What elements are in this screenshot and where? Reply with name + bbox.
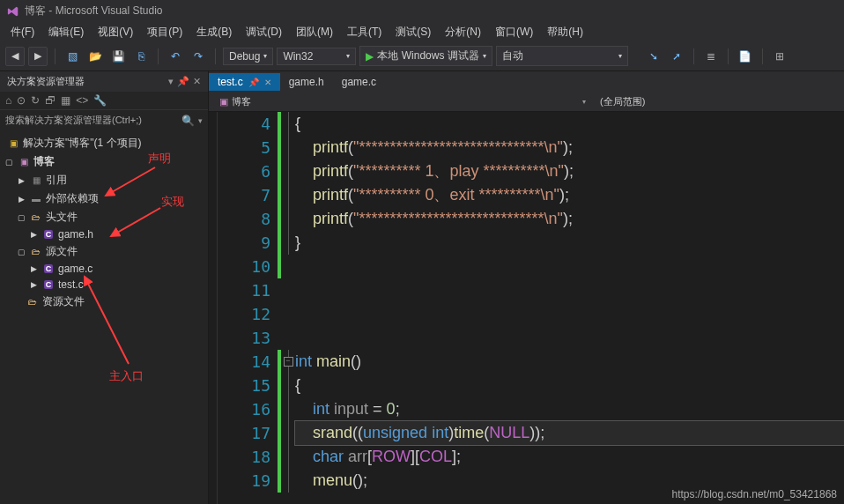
redo-button[interactable]: ↷	[189, 47, 208, 66]
nav-scope-dropdown[interactable]: (全局范围)	[593, 93, 652, 110]
code-line[interactable]: srand((unsigned int)time(NULL));	[295, 421, 844, 445]
expand-icon[interactable]	[28, 264, 39, 273]
search-icon[interactable]: 🔍	[181, 115, 195, 127]
step-into-button[interactable]: ➘	[644, 47, 663, 66]
expand-icon[interactable]	[4, 158, 14, 167]
code-text-area[interactable]: { printf("******************************…	[295, 112, 844, 504]
code-line[interactable]	[295, 278, 844, 302]
expand-icon[interactable]	[28, 230, 39, 239]
menu-edit[interactable]: 编辑(E)	[41, 23, 91, 41]
start-debug-button[interactable]: ▶ 本地 Windows 调试器 ▾	[359, 46, 492, 66]
code-line[interactable]: char arr[ROW][COL];	[295, 445, 844, 469]
code-line[interactable]: printf("********** 1、play **********\n")…	[295, 159, 844, 183]
menu-help[interactable]: 帮助(H)	[540, 23, 590, 41]
code-line[interactable]	[295, 302, 844, 326]
pin-icon[interactable]: 📌	[177, 76, 189, 87]
tab-test-c[interactable]: test.c 📌 ✕	[209, 73, 280, 91]
sync-icon[interactable]: 🗗	[45, 94, 56, 107]
save-all-button[interactable]: ⎘	[131, 47, 151, 66]
solution-search-row[interactable]: 搜索解决方案资源管理器(Ctrl+;) 🔍 ▾	[0, 110, 208, 130]
references-node[interactable]: ▦ 引用	[0, 171, 208, 189]
folder-icon: 🗁	[30, 246, 42, 258]
misc-button[interactable]: ⊞	[770, 47, 789, 66]
sources-folder[interactable]: 🗁 源文件	[0, 242, 208, 261]
refresh-icon[interactable]: ↻	[31, 94, 40, 107]
file-game-c[interactable]: C game.c	[0, 261, 208, 277]
fold-column[interactable]	[281, 112, 295, 504]
code-line[interactable]: printf("******************************\n…	[295, 136, 844, 159]
expand-icon[interactable]	[28, 280, 39, 289]
code-line[interactable]: {	[295, 374, 844, 397]
code-editor[interactable]: 45678910111213141516171819 { printf("***…	[209, 112, 844, 504]
expand-icon[interactable]	[16, 195, 26, 204]
resources-folder[interactable]: 🗁 资源文件	[0, 293, 208, 311]
code-line[interactable]	[295, 326, 844, 350]
project-node[interactable]: ▣ 博客	[0, 152, 208, 171]
expand-icon[interactable]	[16, 248, 26, 256]
show-all-icon[interactable]: ▦	[61, 94, 70, 107]
wrench-icon[interactable]: 🔧	[93, 94, 107, 107]
platform-dropdown[interactable]: Win32 ▾	[277, 48, 356, 65]
menu-analyze[interactable]: 分析(N)	[438, 23, 488, 41]
undo-button[interactable]: ↶	[166, 47, 185, 66]
file-game-h[interactable]: C game.h	[0, 226, 208, 242]
menu-project[interactable]: 项目(P)	[140, 23, 189, 41]
external-deps-node[interactable]: ▬ 外部依赖项	[0, 189, 208, 208]
code-line[interactable]: printf("******************************\n…	[295, 207, 844, 231]
menu-view[interactable]: 视图(V)	[91, 23, 140, 41]
nav-back-button[interactable]: ◀	[5, 47, 25, 66]
menu-tools[interactable]: 工具(T)	[340, 23, 389, 41]
toggle-icon[interactable]: ⊙	[17, 94, 26, 107]
code-line[interactable]: int main()	[295, 350, 844, 374]
menu-team[interactable]: 团队(M)	[289, 23, 340, 41]
properties-icon[interactable]: <>	[76, 94, 88, 107]
step-over-button[interactable]: ➚	[667, 47, 686, 66]
pin-icon[interactable]: 📌	[248, 78, 259, 87]
code-line[interactable]: {	[295, 112, 844, 136]
comment-button[interactable]: ≣	[701, 47, 721, 66]
project-icon: ▣	[18, 156, 30, 168]
line-number: 17	[218, 421, 278, 445]
code-line[interactable]: int input = 0;	[295, 397, 844, 421]
autos-dropdown[interactable]: 自动 ▾	[496, 46, 628, 66]
menu-build[interactable]: 生成(B)	[189, 23, 239, 41]
new-file-button[interactable]: 📄	[736, 47, 755, 66]
menu-file[interactable]: 件(F)	[4, 23, 41, 41]
code-line[interactable]	[295, 255, 844, 278]
headers-folder[interactable]: 🗁 头文件	[0, 208, 208, 226]
close-icon[interactable]: ✕	[264, 78, 271, 87]
solution-node[interactable]: ▣ 解决方案"博客"(1 个项目)	[0, 134, 208, 152]
search-dropdown-icon[interactable]: ▾	[198, 116, 203, 125]
panel-dropdown-icon[interactable]: ▾	[168, 76, 174, 87]
tab-game-c[interactable]: game.c	[333, 73, 385, 91]
fold-marker	[281, 207, 295, 231]
open-button[interactable]: 📂	[85, 47, 105, 66]
close-icon[interactable]: ✕	[193, 76, 201, 87]
line-number: 12	[218, 302, 278, 326]
menu-window[interactable]: 窗口(W)	[488, 23, 540, 41]
expand-icon[interactable]	[16, 213, 26, 222]
nav-forward-button[interactable]: ▶	[28, 47, 48, 66]
home-icon[interactable]: ⌂	[5, 94, 11, 107]
config-dropdown[interactable]: Debug ▾	[223, 48, 273, 65]
separator	[215, 48, 216, 64]
fold-marker[interactable]	[281, 350, 295, 374]
menu-test[interactable]: 测试(S)	[389, 23, 438, 41]
code-line[interactable]: printf("********** 0、exit **********\n")…	[295, 183, 844, 207]
panel-title: 决方案资源管理器	[7, 75, 168, 88]
new-project-button[interactable]: ▧	[63, 47, 82, 66]
nav-project-dropdown[interactable]: ▣博客	[212, 93, 258, 110]
title-bar: 博客 - Microsoft Visual Studio	[0, 0, 844, 22]
expand-icon[interactable]	[16, 176, 26, 185]
code-line[interactable]: }	[295, 231, 844, 255]
editor-area: test.c 📌 ✕ game.h game.c ▣博客 ▾ (全局范围) 45…	[209, 71, 844, 504]
file-test-c[interactable]: C test.c	[0, 277, 208, 293]
fold-marker	[281, 112, 295, 136]
tab-game-h[interactable]: game.h	[280, 73, 333, 91]
c-file-icon: C	[42, 228, 55, 241]
fold-marker	[281, 231, 295, 255]
breakpoint-margin[interactable]	[209, 112, 218, 504]
save-button[interactable]: 💾	[108, 47, 128, 66]
menu-debug[interactable]: 调试(D)	[239, 23, 289, 41]
folder-icon: 🗁	[30, 211, 42, 224]
